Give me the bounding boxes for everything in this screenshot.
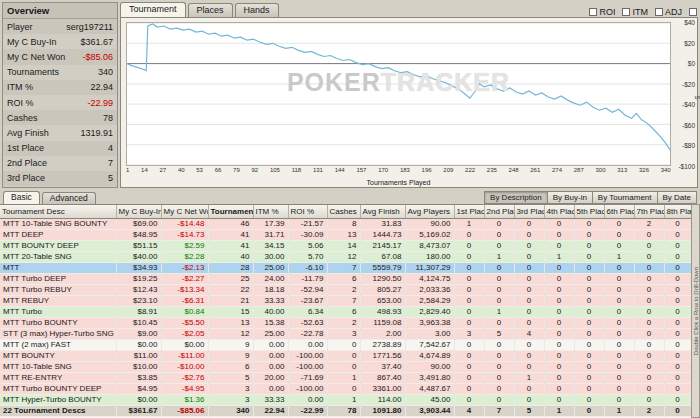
cell: 40.00 — [253, 306, 288, 317]
filter-button-by-buy-in[interactable]: By Buy-in — [548, 191, 593, 204]
table-row[interactable]: STT (3 max) Hyper-Turbo SNG LOTTERY$9.00… — [0, 328, 691, 339]
column-header-my-c-net-won[interactable]: My C Net Won — [161, 205, 208, 218]
cell: 1444.73 — [360, 229, 405, 240]
cell: 0 — [574, 328, 604, 339]
table-row[interactable]: MTT Turbo$8.91$0.841540.006.346498.932,8… — [0, 306, 691, 317]
chart-tab-tournament[interactable]: Tournament — [120, 2, 186, 17]
cell: 0 — [454, 295, 484, 306]
x-tick-label: 340 — [661, 167, 671, 176]
cell: 0 — [604, 229, 634, 240]
cell: $12.43 — [116, 284, 161, 295]
cell: 1159.08 — [360, 317, 405, 328]
column-header-4th-place[interactable]: 4th Place — [544, 205, 574, 218]
overview-stat-label: 3rd Place — [7, 173, 45, 183]
table-row[interactable]: MTT Turbo BOUNTY DEEP$4.95-$4.9530.00-10… — [0, 383, 691, 394]
cell: 0 — [634, 229, 664, 240]
total-cell: 1 — [544, 405, 574, 416]
cell: -100.00 — [288, 350, 327, 361]
column-header-3rd-place[interactable]: 3rd Place — [514, 205, 544, 218]
cell: 1 — [604, 251, 634, 262]
column-header-2nd-place[interactable]: 2nd Place — [484, 205, 514, 218]
column-header-tournaments[interactable]: Tournaments — [208, 205, 253, 218]
table-row[interactable]: MTT BOUNTY$11.00-$11.0090.00-100.0001771… — [0, 350, 691, 361]
table-row[interactable]: MTT Hyper-Turbo BOUNTY$0.00$1.36333.330.… — [0, 394, 691, 405]
overview-rows: Playerserg197211My C Buy-In$361.67My C N… — [3, 19, 117, 186]
checkbox-adj[interactable]: ADJ — [655, 7, 682, 17]
cell: $69.00 — [116, 218, 161, 229]
cell: 31.71 — [253, 229, 288, 240]
cell: 0 — [454, 372, 484, 383]
chart-body: POKERTRACKER $40$20$0-$20-$40-$60-$80-$1… — [120, 17, 698, 188]
table-row[interactable]: MTT 10-Table SNG$10.00-$10.0060.00-100.0… — [0, 361, 691, 372]
table-row[interactable]: MTT Turbo DEEP$19.25-$2.272524.00-11.796… — [0, 273, 691, 284]
cell: 180.00 — [405, 251, 454, 262]
y-tick-label: $20 — [684, 39, 695, 46]
filter-button-by-tournament[interactable]: By Tournament — [593, 191, 658, 204]
cell: 0 — [634, 262, 664, 273]
cell: 0 — [664, 383, 691, 394]
checkbox-roi[interactable]: ROI — [589, 7, 615, 17]
cell: 3 — [208, 394, 253, 405]
cell: 0 — [634, 240, 664, 251]
x-tick-label: 144 — [335, 167, 345, 176]
column-header-7th-place[interactable]: 7th Place — [634, 205, 664, 218]
table-row[interactable]: MTT Turbo BOUNTY$10.45-$5.501315.38-52.6… — [0, 317, 691, 328]
cell: -$14.48 — [161, 218, 208, 229]
table-row[interactable]: MTT REBUY$23.10-$6.312133.33-23.677653.0… — [0, 295, 691, 306]
chart-tab-places[interactable]: Places — [188, 3, 233, 17]
cell: 0 — [544, 372, 574, 383]
chart-tab-hands[interactable]: Hands — [235, 3, 279, 17]
table-row[interactable]: MTT 10-Table SNG BOUNTY$69.00-$14.484617… — [0, 218, 691, 229]
cell: 22 — [208, 284, 253, 295]
column-header-roi-[interactable]: ROI % — [288, 205, 327, 218]
column-header-my-c-buy-in[interactable]: My C Buy-In — [116, 205, 161, 218]
checkbox-box[interactable] — [689, 8, 697, 16]
column-header-8th-place[interactable]: 8th Place — [664, 205, 691, 218]
table-row[interactable]: MTT RE-ENTRY$3.85-$2.76520.00-71.691867.… — [0, 372, 691, 383]
cell: 0 — [604, 328, 634, 339]
table-row[interactable]: MTT (2 max) FAST$0.00$0.0090.000.0002738… — [0, 339, 691, 350]
cell: 25 — [208, 273, 253, 284]
column-header-5th-place[interactable]: 5th Place — [574, 205, 604, 218]
equity-curve-svg — [127, 23, 670, 165]
total-cell: -22.99 — [288, 405, 327, 416]
table-tab-basic[interactable]: Basic — [3, 191, 40, 204]
cell: 0 — [604, 295, 634, 306]
column-header-avg-finish[interactable]: Avg Finish — [360, 205, 405, 218]
x-tick-label: 118 — [292, 167, 302, 176]
y-axis-unit: $ — [695, 96, 700, 100]
checkbox-itm[interactable]: ITM — [622, 7, 648, 17]
column-header-tournament-desc[interactable]: Tournament Desc — [0, 205, 116, 218]
checkbox-box[interactable] — [589, 8, 597, 16]
cell: 0 — [454, 394, 484, 405]
cell: 0 — [484, 229, 514, 240]
chart-panel: TournamentPlacesHands ROIITMADJ POKERTRA… — [120, 2, 698, 188]
column-header-avg-players[interactable]: Avg Players — [405, 205, 454, 218]
table-row[interactable]: MTT DEEP$48.95-$14.734131.71-30.09131444… — [0, 229, 691, 240]
column-header-1st-place[interactable]: 1st Place — [454, 205, 484, 218]
column-header-cashes[interactable]: Cashes — [327, 205, 360, 218]
filter-button-by-date[interactable]: By Date — [658, 191, 697, 204]
cell: $8.91 — [116, 306, 161, 317]
table-row[interactable]: MTT Turbo REBUY$12.43-$13.342218.18-52.9… — [0, 284, 691, 295]
cell: $3.85 — [116, 372, 161, 383]
cell: 0 — [484, 339, 514, 350]
filter-button-by-description[interactable]: By Description — [484, 191, 548, 204]
checkbox-extra[interactable] — [689, 8, 697, 16]
cell: 0 — [484, 383, 514, 394]
checkbox-box[interactable] — [655, 8, 663, 16]
cell: 0 — [574, 240, 604, 251]
column-header-itm-[interactable]: ITM % — [253, 205, 288, 218]
table-row[interactable]: MTT 20-Table SNG$40.00$2.284030.005.7012… — [0, 251, 691, 262]
cell: 0 — [514, 218, 544, 229]
cell: 1 — [327, 394, 360, 405]
cell: $34.93 — [116, 262, 161, 273]
cell: 0.00 — [253, 350, 288, 361]
table-tab-advanced[interactable]: Advanced — [42, 192, 96, 204]
cell: 0 — [544, 284, 574, 295]
table-row[interactable]: MTT BOUNTY DEEP$51.15$2.594134.155.06142… — [0, 240, 691, 251]
column-header-6th-place[interactable]: 6th Place — [604, 205, 634, 218]
table-row[interactable]: MTT$34.93-$2.132825.00-6.1075559.7911,30… — [0, 262, 691, 273]
checkbox-box[interactable] — [622, 8, 630, 16]
table-tabs: BasicAdvanced — [3, 191, 98, 204]
